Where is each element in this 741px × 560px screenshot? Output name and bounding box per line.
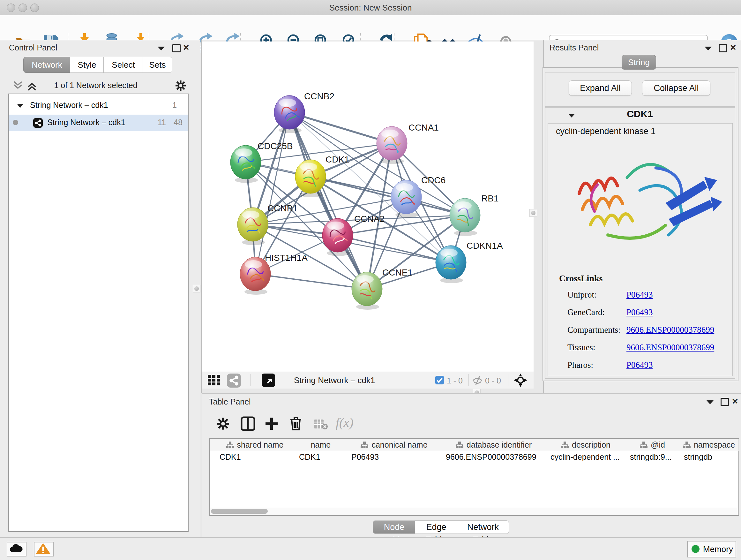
table-cell[interactable]: 9606.ENSP00000378699 [441,451,546,463]
warning-button[interactable] [34,542,54,557]
node-label-hist1h1a: HIST1H1A [265,253,308,263]
column-header-namespace[interactable]: namespace [679,439,739,451]
table-panel-close-icon[interactable]: × [732,395,738,407]
crosslink-link[interactable]: P06493 [626,307,653,317]
toolbar-separator [250,374,251,386]
add-column-icon[interactable] [264,416,279,431]
node-label-ccnb1: CCNB1 [267,203,298,213]
left-splitter-handle[interactable] [193,285,200,293]
gene-description: cyclin-dependent kinase 1 [556,126,656,136]
selected-count: 1 - 0 [447,376,463,385]
tab-network[interactable]: Network [23,57,71,73]
network-list: String Network – cdk1 1 String Network –… [8,94,189,532]
network-node-ccne1[interactable] [352,272,382,310]
column-header-name[interactable]: name [294,439,347,451]
tab-sets[interactable]: Sets [143,57,172,73]
table-gear-icon[interactable] [216,417,230,430]
collection-label: String Network – cdk1 [30,101,108,110]
results-panel-close-icon[interactable]: × [730,42,736,53]
delete-column-icon[interactable] [288,416,303,431]
network-node-ccna1[interactable] [377,126,407,164]
tab-node-table[interactable]: Node Table [373,520,415,534]
node-label-cdc6: CDC6 [421,175,446,185]
toolbar-separator [508,374,509,386]
selected-checkbox-icon[interactable] [435,376,444,384]
control-panel-float-icon[interactable] [172,44,181,52]
birdseye-icon[interactable] [514,374,527,387]
table-hscrollbar-thumb[interactable] [211,509,268,514]
crosslink-link[interactable]: 9606.ENSP00000378699 [626,325,714,335]
tab-style[interactable]: Style [70,57,104,73]
node-label-ccnb2: CCNB2 [304,91,334,101]
control-panel-title: Control Panel [9,43,57,52]
column-header-canonical-name[interactable]: canonical name [347,439,442,451]
table-hscrollbar-track[interactable] [210,508,737,515]
control-panel-close-icon[interactable]: × [183,42,189,53]
column-header-description[interactable]: description [546,439,626,451]
table-row-gutter [210,439,215,451]
right-splitter-handle[interactable] [529,209,537,217]
collapse-all-icon[interactable] [12,80,23,91]
control-panel-collapse-icon[interactable] [157,45,165,51]
tab-select[interactable]: Select [104,57,143,73]
network-node-ccnb1[interactable] [238,207,268,245]
network-node-cdc25b[interactable] [230,145,261,183]
network-thumbnail-icon[interactable] [227,374,241,388]
table-cell[interactable]: stringdb [679,451,738,463]
crosslink-link[interactable]: 9606.ENSP00000378699 [626,343,714,353]
crosslink-label: GeneCard: [567,307,605,317]
results-panel-float-icon[interactable] [719,44,727,52]
delete-table-icon[interactable] [313,418,328,430]
toolbar-separator [284,374,284,386]
cloud-button[interactable] [7,542,26,557]
column-header-shared-name[interactable]: shared name [215,439,295,451]
network-node-rb1[interactable] [450,198,480,236]
expand-all-icon[interactable] [26,80,38,91]
crosslink-link[interactable]: P06493 [626,290,653,300]
warning-icon [35,543,52,555]
network-edge[interactable] [255,274,367,289]
tab-edge-table[interactable]: Edge Table [415,520,458,534]
table-cell[interactable]: CDK1 [215,451,294,463]
gene-name[interactable]: CDK1 [545,109,735,119]
protein-structure-image [560,139,726,260]
crosslink-label: Compartments: [567,325,620,335]
node-label-cdc25b: CDC25B [258,141,293,151]
function-builder-icon[interactable]: f(x) [336,415,354,430]
crosslink-link[interactable]: P06493 [626,360,653,370]
network-node-ccnb2[interactable] [274,96,305,133]
collapse-all-button[interactable]: Collapse All [642,80,711,96]
network-edge[interactable] [289,112,392,143]
node-label-cdk1: CDK1 [326,154,349,165]
tree-expand-icon[interactable] [17,103,23,108]
main-toolbar: ? [0,15,741,40]
network-label: String Network – cdk1 [47,118,125,127]
expand-all-button[interactable]: Expand All [569,80,632,96]
window-title: Session: New Session [0,3,741,13]
table-cell[interactable]: P06493 [347,451,441,463]
network-collection-row[interactable]: String Network – cdk1 1 [9,98,188,115]
results-panel-collapse-icon[interactable] [704,45,712,51]
column-header-database-identifier[interactable]: database identifier [441,439,546,451]
show-columns-icon[interactable] [241,416,255,431]
network-canvas[interactable]: CCNB2 CCNA1 CDC25B CDK1 [202,42,534,372]
column-header--id[interactable]: @id [625,439,680,451]
crosslink-label: Pharos: [567,360,593,370]
results-panel-title: Results Panel [549,43,599,52]
network-row-selected[interactable]: String Network – cdk1 11 48 [9,115,188,131]
tab-string[interactable]: String [622,55,656,70]
grid-view-icon[interactable] [207,374,223,386]
table-panel-float-icon[interactable] [721,398,729,406]
memory-status-dot [691,545,699,553]
hidden-eye-icon[interactable] [472,375,483,386]
gear-icon[interactable] [175,80,186,91]
tab-network-table[interactable]: Network Table [457,520,509,534]
table-panel-collapse-icon[interactable] [706,399,714,405]
table-cell[interactable]: stringdb:9... [625,451,679,463]
node-label-ccna2: CCNA2 [354,214,385,224]
network-node-cdkn1a[interactable] [435,246,466,283]
open-in-window-icon[interactable] [262,374,275,387]
table-cell[interactable]: CDK1 [294,451,347,463]
memory-button[interactable]: Memory [687,541,736,557]
table-cell[interactable]: cyclin-dependent ... [546,451,625,463]
